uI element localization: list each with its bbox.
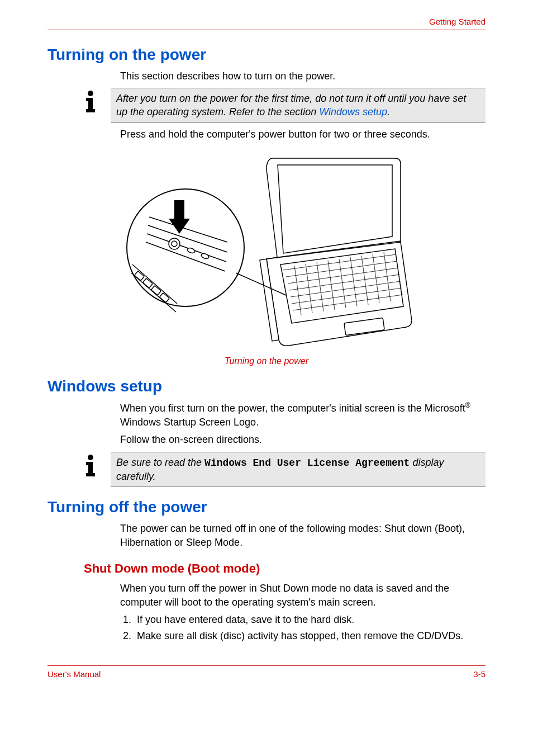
section1-paragraph1: This section describes how to turn on th… — [120, 69, 486, 83]
section2-paragraph2: Follow the on-screen directions. — [120, 433, 486, 447]
info-icon — [78, 89, 103, 114]
section2-paragraph1: When you first turn on the power, the co… — [120, 401, 486, 429]
footer-page-number: 3-5 — [473, 669, 486, 679]
shutdown-step-1: If you have entered data, save it to the… — [134, 613, 486, 627]
registered-symbol: ® — [465, 401, 470, 409]
note-block-1: After you turn on the power for the firs… — [47, 88, 486, 123]
figure-power-on: Turning on the power — [47, 153, 486, 366]
heading-turning-off-power: Turning off the power — [47, 498, 486, 516]
note-text-2: Be sure to read the Windows End User Lic… — [111, 452, 486, 488]
laptop-power-illustration — [121, 153, 412, 348]
eula-label: Windows End User License Agreement — [204, 457, 410, 469]
header-breadcrumb: Getting Started — [47, 17, 486, 30]
s2p1-pre: When you first turn on the power, the co… — [120, 403, 465, 414]
section3-paragraph2: When you turn off the power in Shut Down… — [120, 582, 486, 609]
windows-setup-link[interactable]: Windows setup — [319, 106, 387, 117]
svg-rect-29 — [174, 200, 184, 220]
svg-point-26 — [172, 241, 177, 247]
note-text-1: After you turn on the power for the firs… — [111, 88, 486, 123]
info-icon — [78, 453, 103, 478]
note1-post-text: . — [387, 106, 390, 117]
note1-pre-text: After you turn on the power for the firs… — [116, 93, 466, 117]
svg-point-30 — [88, 455, 93, 460]
note-block-2: Be sure to read the Windows End User Lic… — [47, 452, 486, 488]
heading-turning-on-power: Turning on the power — [47, 46, 486, 64]
s2p1-post: Windows Startup Screen Logo. — [120, 417, 259, 428]
figure-caption-power: Turning on the power — [47, 356, 486, 366]
page-footer: User's Manual 3-5 — [47, 665, 486, 679]
section3-paragraph1: The power can be turned off in one of th… — [120, 522, 486, 550]
subheading-shutdown-mode: Shut Down mode (Boot mode) — [84, 561, 486, 576]
shutdown-step-2: Make sure all disk (disc) activity has s… — [134, 629, 486, 643]
note2-pre-text: Be sure to read the — [116, 457, 204, 468]
footer-manual-label: User's Manual — [47, 669, 101, 679]
heading-windows-setup: Windows setup — [47, 377, 486, 395]
section1-paragraph2: Press and hold the computer's power butt… — [120, 127, 486, 141]
svg-point-0 — [88, 91, 93, 96]
shutdown-steps-list: If you have entered data, save it to the… — [120, 613, 486, 643]
